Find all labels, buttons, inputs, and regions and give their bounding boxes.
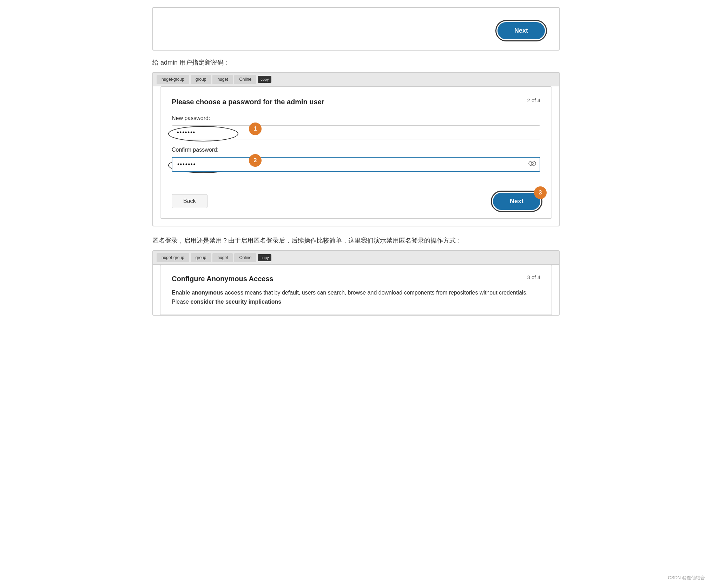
toolbar-tab-nuget: nuget — [212, 75, 233, 84]
annotation-circle-2: 2 — [249, 154, 262, 167]
toolbar-copy-badge: copy — [258, 76, 271, 83]
new-password-field-wrapper: New password: 1 — [172, 114, 540, 139]
back-button[interactable]: Back — [172, 194, 207, 208]
enable-anonymous-access-label: Enable anonymous access — [172, 290, 244, 296]
svg-point-0 — [529, 161, 536, 166]
browser-toolbar: nuget-group group nuget Online copy — [153, 73, 559, 86]
bottom-dialog-title: Configure Anonymous Access — [172, 275, 273, 283]
password-dialog-panel: Please choose a password for the admin u… — [160, 86, 552, 219]
bottom-browser-toolbar: nuget-group group nuget Online copy — [153, 251, 559, 265]
eye-icon[interactable] — [528, 159, 536, 169]
next-button-top[interactable]: Next — [497, 22, 545, 39]
confirm-password-label: Confirm password: — [172, 146, 540, 154]
bottom-tab-online: Online — [234, 253, 256, 262]
annotation-circle-3: 3 — [534, 186, 547, 199]
toolbar-tab-nuget-group: nuget-group — [157, 75, 189, 84]
bottom-tab-nuget-group: nuget-group — [157, 253, 189, 262]
svg-point-1 — [531, 162, 533, 164]
security-implications-label: consider the security implications — [190, 299, 281, 305]
new-password-input[interactable] — [172, 125, 540, 139]
bottom-tab-nuget: nuget — [212, 253, 233, 262]
confirm-password-input[interactable] — [172, 157, 540, 172]
confirm-password-input-area: 2 — [172, 157, 540, 172]
section-label-2: 匿名登录，启用还是禁用？由于启用匿名登录后，后续操作比较简单，这里我们演示禁用匿… — [152, 235, 560, 246]
anonymous-access-text: Enable anonymous access means that by de… — [172, 288, 540, 306]
new-password-input-area: 1 — [172, 125, 540, 139]
toolbar-tab-group: group — [191, 75, 211, 84]
dialog-actions: Back 3 Next — [172, 193, 540, 210]
bottom-screenshot: nuget-group group nuget Online copy 3 of… — [152, 250, 560, 316]
toolbar-tab-online: Online — [234, 75, 256, 84]
dialog-header: Please choose a password for the admin u… — [172, 97, 540, 107]
annotation-circle-1: 1 — [249, 123, 262, 135]
new-password-label: New password: — [172, 114, 540, 123]
section-label-1: 给 admin 用户指定新密码： — [152, 58, 560, 68]
bottom-toolbar-copy-badge: copy — [258, 254, 271, 262]
dialog-screenshot-1: nuget-group group nuget Online copy Plea… — [152, 72, 560, 226]
dialog-title: Please choose a password for the admin u… — [172, 97, 324, 107]
confirm-password-field-wrapper: Confirm password: 2 — [172, 146, 540, 172]
anonymous-access-panel: 3 of 4 Configure Anonymous Access Enable… — [160, 265, 552, 315]
bottom-dialog-step: 3 of 4 — [527, 273, 540, 282]
top-screenshot: Next — [152, 7, 560, 51]
bottom-tab-group: group — [191, 253, 211, 262]
next-button-wrapper: 3 Next — [493, 193, 540, 210]
dialog-step: 2 of 4 — [527, 97, 540, 105]
next-button-dialog[interactable]: Next — [493, 193, 540, 210]
